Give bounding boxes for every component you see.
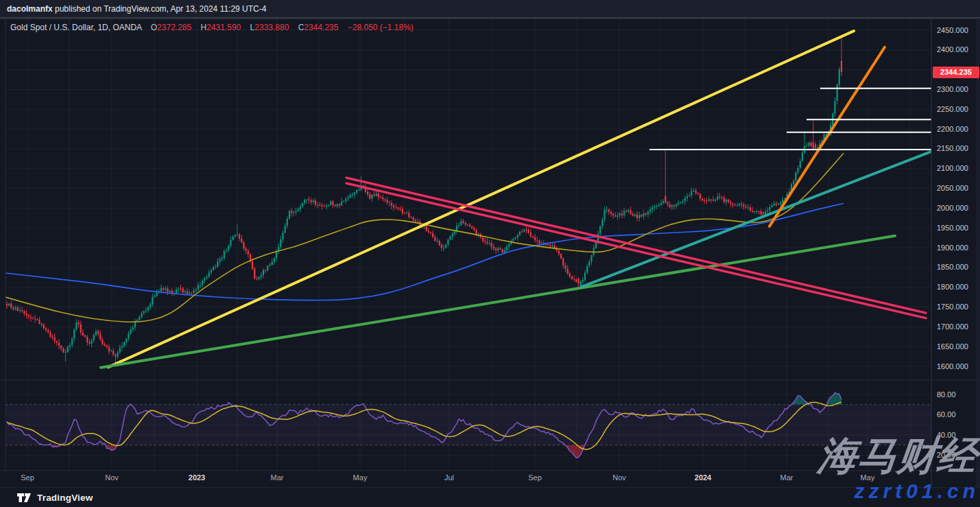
time-tick-label: Mar (780, 473, 793, 482)
price-tick-label: 1850.000 (937, 263, 968, 271)
tradingview-brand-text[interactable]: TradingView (37, 493, 93, 503)
change-value: −28.050 (−1.18%) (348, 23, 414, 32)
publish-info-text: published on TradingView.com, Apr 13, 20… (53, 4, 267, 14)
price-tick-label: 1700.000 (937, 322, 968, 331)
publish-info-bar: dacolmanfx published on TradingView.com,… (0, 0, 980, 18)
trendline-downtrend-pink-b[interactable] (346, 183, 926, 318)
price-tick-label: 1800.000 (937, 283, 968, 291)
price-tick-label: 2450.000 (937, 26, 968, 34)
symbol-title: Gold Spot / U.S. Dollar, 1D, OANDA (10, 23, 141, 32)
trendline-support-teal[interactable] (582, 150, 934, 287)
time-tick-label: Sep (528, 473, 542, 482)
price-tick-label: 2300.000 (937, 85, 968, 93)
ohlc-open-value: 2372.285 (157, 23, 191, 32)
time-tick-label: 2023 (189, 473, 205, 482)
price-tick-label: 2400.000 (937, 45, 968, 54)
ma-blue-line[interactable] (5, 204, 844, 300)
price-tick-label: 2050.000 (937, 184, 968, 192)
rsi-tick-label: 60.00 (937, 410, 956, 418)
axis-edge-strip (976, 19, 980, 487)
time-tick-label: Mar (271, 473, 284, 482)
ohlc-open-label: O (151, 23, 157, 32)
watermark-domain: zzrt01.cn (854, 481, 979, 502)
symbol-legend[interactable]: Gold Spot / U.S. Dollar, 1D, OANDA O2372… (10, 23, 414, 32)
trendline-uptrend-yellow[interactable] (108, 31, 854, 367)
down-bodies (7, 61, 841, 357)
time-tick-label: Jul (444, 473, 454, 482)
chart-canvas[interactable] (0, 0, 980, 507)
attribution-bar: TradingView (0, 487, 980, 507)
last-price-label: 2344.235 (933, 67, 979, 78)
ohlc-close-value: 2344.235 (304, 23, 338, 32)
price-tick-label: 2250.000 (937, 105, 968, 113)
time-tick-label: Nov (612, 473, 626, 482)
tradingview-logo-icon[interactable] (16, 493, 32, 503)
time-tick-label: Sep (21, 473, 34, 482)
time-tick-label: 2024 (695, 473, 711, 482)
watermark-cjk: 海马财经 (816, 436, 979, 475)
grid-lines (5, 19, 931, 471)
price-tick-label: 1600.000 (937, 362, 968, 370)
publish-username: dacolmanfx (7, 4, 53, 14)
tradingview-published-chart: dacolmanfx published on TradingView.com,… (0, 0, 980, 507)
time-tick-label: Nov (105, 473, 119, 482)
rsi-tick-label: 80.00 (937, 390, 956, 399)
price-tick-label: 2200.000 (937, 125, 968, 133)
time-tick-label: May (353, 473, 368, 482)
up-wicks (9, 67, 839, 362)
ma-yellow-line[interactable] (5, 153, 844, 322)
price-tick-label: 1750.000 (937, 303, 968, 311)
price-tick-label: 1900.000 (937, 244, 968, 252)
price-tick-label: 1650.000 (937, 342, 968, 351)
ohlc-low-value: 2333.880 (254, 23, 289, 32)
price-tick-label: 2150.000 (937, 144, 968, 152)
ohlc-high-label: H (201, 23, 207, 32)
ohlc-high-value: 2431.590 (206, 23, 241, 32)
price-tick-label: 2000.000 (937, 204, 968, 212)
price-tick-label: 2100.000 (937, 164, 968, 172)
price-tick-label: 1950.000 (937, 224, 968, 232)
